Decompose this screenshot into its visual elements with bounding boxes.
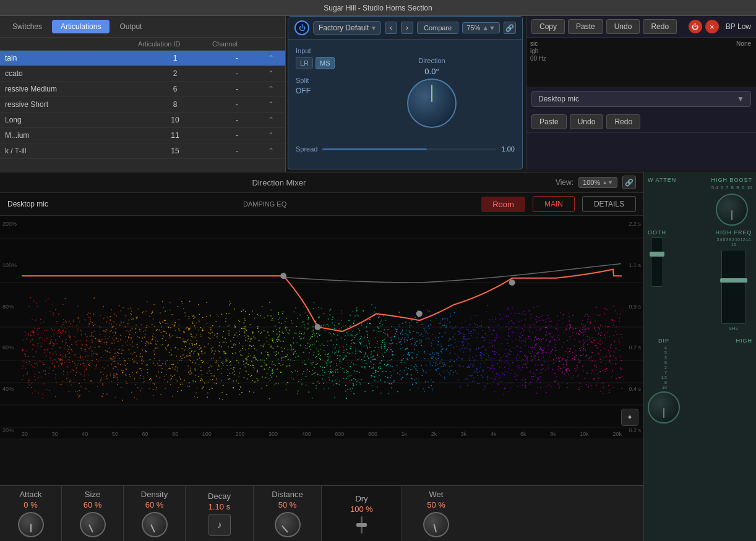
direction-value: 0.0° (424, 67, 439, 76)
tr-paste-button[interactable]: Paste (568, 19, 603, 34)
tr-copy-button[interactable]: Copy (531, 19, 565, 34)
high-boost-section: HIGH BOOST 5 4 6 7 8 9 0 10 (711, 177, 752, 226)
spread-value: 1.00 (502, 145, 515, 153)
tr-undo-button[interactable]: Undo (606, 19, 640, 34)
size-value: 60 % (84, 500, 102, 509)
tab-output[interactable]: Output (112, 20, 149, 33)
bottom-params-bar: Attack 0 % Size 60 % Density 60 % Decay … (0, 485, 643, 541)
desktop-mic-dropdown[interactable]: Desktop mic ▼ (531, 91, 751, 107)
high-boost-title: HIGH BOOST (711, 177, 752, 183)
table-row[interactable]: ressive Short 8 - ⌃ (0, 97, 285, 113)
split-value: OFF (296, 87, 339, 95)
wet-group: Wet 50 % (402, 486, 470, 541)
dip-title: DIP (658, 338, 669, 344)
table-row[interactable]: M...ium 11 - ⌃ (0, 128, 285, 143)
top-right-panel: Copy Paste Undo Redo ⏻ × BP Low sic igh … (526, 16, 756, 169)
room-reverb-panel: Direction Mixer View: 100% ▲▼ 🔗 Desktop … (0, 172, 643, 487)
dip-section: DIP 4 5 3 6 2 7 1.5 8 10 (648, 338, 680, 424)
high-freq-title: HIGH FREQ (715, 229, 752, 236)
table-row[interactable]: ccato 2 - ⌃ (0, 66, 285, 82)
smooth-section: OOTH (648, 229, 666, 287)
link2-button[interactable]: 🔗 (622, 176, 636, 189)
view-label: View: (556, 178, 573, 187)
music-icon[interactable]: ♪ (208, 514, 231, 536)
dip-knob[interactable] (648, 391, 680, 424)
ms-button[interactable]: MS (316, 57, 335, 69)
lr-button[interactable]: LR (296, 57, 313, 69)
dry-value: 100 % (350, 505, 373, 514)
direction-knob[interactable] (407, 79, 457, 128)
size-knob[interactable] (80, 512, 106, 537)
dir-prev-button[interactable]: ‹ (385, 22, 397, 34)
dir-power-button[interactable]: ⏻ (294, 20, 309, 35)
wet-value: 50 % (427, 500, 445, 509)
density-group: Density 60 % (124, 486, 186, 541)
tab-articulations[interactable]: Articulations (52, 20, 110, 33)
high2-section: HIGH (736, 338, 753, 344)
table-body: tain 1 - ⌃ ccato 2 - ⌃ ressive Medium 6 … (0, 51, 285, 159)
eq-canvas (0, 216, 643, 438)
high-freq-knob[interactable] (721, 250, 746, 324)
distance-group: Distance 50 % (254, 486, 322, 541)
tr2-paste-button[interactable]: Paste (531, 114, 567, 129)
wet-label: Wet (429, 490, 444, 499)
density-value: 60 % (145, 500, 164, 509)
high-freq-unit: kHz (729, 326, 738, 331)
close-icon[interactable]: × (705, 20, 719, 33)
table-header: Articulation ID Channel (0, 38, 285, 51)
dry-label: Dry (355, 494, 367, 503)
view-select[interactable]: 100% ▲▼ (578, 177, 617, 188)
dir-next-button[interactable]: › (401, 22, 413, 34)
table-row[interactable]: ressive Medium 6 - ⌃ (0, 82, 285, 97)
tab-bar: Switches Articulations Output (0, 16, 285, 38)
high2-title: HIGH (736, 338, 753, 344)
distance-value: 50 % (278, 500, 297, 509)
attack-value: 0 % (24, 500, 37, 509)
high-boost-knob[interactable] (716, 194, 748, 226)
table-row[interactable]: tain 1 - ⌃ (0, 51, 285, 66)
table-row[interactable]: Long 10 - ⌃ (0, 113, 285, 128)
attack-knob[interactable] (18, 512, 44, 537)
bp-low-label: BP Low (726, 22, 751, 31)
tr2-undo-button[interactable]: Undo (570, 114, 604, 129)
main-tab[interactable]: MAIN (533, 196, 575, 212)
dry-fader[interactable] (361, 516, 363, 534)
low-atten-title: W ATTEN (648, 177, 676, 183)
room-tab[interactable]: Room (481, 197, 525, 212)
window-title: Sugar Hill - Studio Horns Section (324, 4, 432, 12)
tr-graph-area: sic igh 00 Hz None (526, 38, 756, 87)
attack-label: Attack (19, 490, 41, 499)
decay-label: Decay (208, 492, 231, 501)
high-freq-section: HIGH FREQ 5 4 6 3 8 2 10 12 14 16 kHz (715, 229, 752, 331)
tab-switches[interactable]: Switches (5, 20, 49, 33)
desktop-mic-label: Desktop mic (7, 200, 48, 208)
input-label: Input (296, 47, 339, 54)
dry-group: Dry 100 % (322, 486, 402, 541)
direction-mixer-panel: ⏻ Factory Default ▼ ‹ › Compare 75% ▲▼ 🔗… (288, 16, 523, 169)
density-knob[interactable] (142, 512, 168, 537)
size-label: Size (85, 490, 100, 499)
details-tab[interactable]: DETAILS (582, 196, 636, 212)
attack-group: Attack 0 % (0, 486, 62, 541)
distance-knob[interactable] (275, 512, 301, 537)
dir-preset-display: Factory Default ▼ (313, 21, 381, 35)
dir-compare-button[interactable]: Compare (417, 22, 458, 34)
decay-group: Decay 1.10 s ♪ (186, 486, 254, 541)
smooth-knob[interactable] (651, 237, 663, 287)
distance-label: Distance (272, 490, 303, 499)
damping-eq-label: DAMPING EQ (243, 200, 286, 208)
density-label: Density (141, 490, 168, 499)
tr-power2-icon[interactable]: ⏻ (689, 20, 702, 33)
link-button[interactable]: 🔗 (504, 22, 516, 34)
split-label: Split (296, 77, 339, 84)
wet-knob[interactable] (423, 512, 449, 537)
zoom-display: 75% ▲▼ (462, 22, 500, 33)
spread-text: Spread (296, 145, 317, 153)
right-side-panel: W ATTEN HIGH BOOST 5 4 6 7 8 9 0 10 OOTH (643, 172, 756, 541)
room-panel-title: Direction Mixer (7, 178, 551, 187)
col-channel: Channel (212, 40, 262, 48)
table-row[interactable]: k / T-ill 15 - ⌃ (0, 143, 285, 159)
tr-redo-button[interactable]: Redo (643, 19, 677, 34)
decay-value: 1.10 s (208, 502, 230, 511)
tr2-redo-button[interactable]: Redo (606, 114, 640, 129)
